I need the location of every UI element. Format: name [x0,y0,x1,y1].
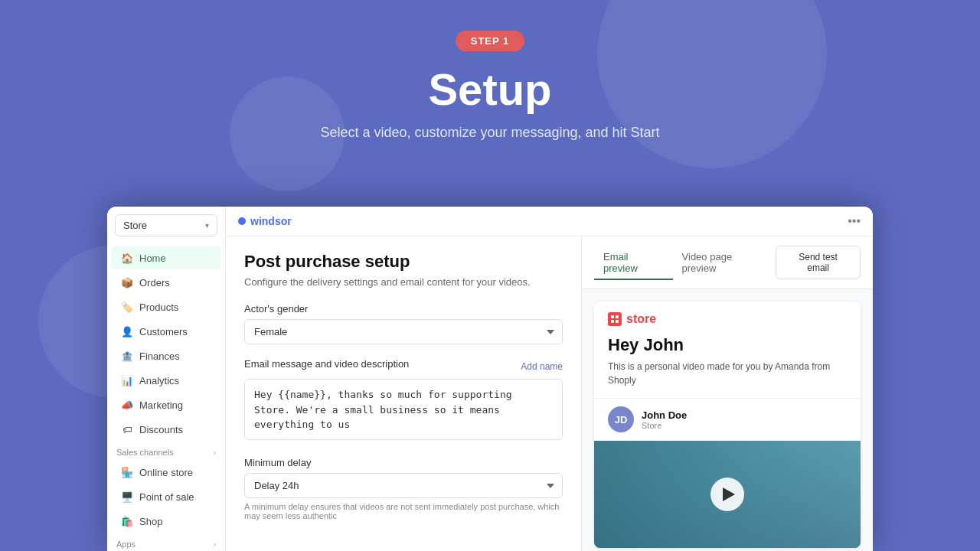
discounts-icon: 🏷 [121,423,133,435]
orders-icon: 📦 [121,276,133,289]
chevron-icon: › [214,448,216,457]
step-badge: STEP 1 [456,31,525,51]
page-title: Setup [0,65,980,114]
email-body-text: This is a personal video made for you by… [608,360,847,387]
chevron-down-icon: ▾ [205,221,209,230]
marketing-icon: 📣 [121,399,133,411]
sidebar-item-finances[interactable]: 🏦 Finances [112,344,220,367]
sidebar-item-label: Analytics [139,375,179,386]
preview-content: store Hey John This is a personal video … [582,289,873,551]
app-window: Store ▾ 🏠 Home 📦 Orders 🏷️ Products 👤 Cu… [107,207,873,551]
sidebar-item-label: Products [139,302,178,313]
email-message-textarea[interactable] [244,379,563,440]
sidebar-item-label: Marketing [139,399,183,411]
sidebar-item-label: Customers [139,326,188,337]
sender-name: John Doe [642,409,687,421]
windsor-logo-text: windsor [250,215,292,227]
email-message-label: Email message and video description [244,358,409,370]
play-button[interactable] [710,478,744,511]
windsor-logo-dot [238,217,246,225]
products-icon: 🏷️ [121,301,133,313]
sidebar-item-online-store[interactable]: 🏪 Online store [112,461,220,484]
home-icon: 🏠 [121,252,133,264]
online-store-icon: 🏪 [121,466,133,478]
send-test-email-button[interactable]: Send test email [776,246,861,279]
store-selector-text: Store [123,220,147,231]
preview-header: Email preview Video page preview Send te… [582,236,873,289]
store-brand: store [608,312,847,326]
main-content: Post purchase setup Configure the delive… [226,236,582,551]
post-purchase-description: Configure the delivery settings and emai… [244,276,563,288]
tab-email-preview[interactable]: Email preview [594,246,673,280]
sender-info: John Doe Store [642,409,687,430]
sidebar-item-shop[interactable]: 🛍️ Shop [112,510,220,533]
sidebar-item-discounts[interactable]: 🏷 Discounts [112,418,220,441]
sidebar-item-analytics[interactable]: 📊 Analytics [112,369,220,392]
sidebar-item-label: Finances [139,350,180,362]
sidebar-item-home[interactable]: 🏠 Home [112,246,220,269]
shop-icon: 🛍️ [121,515,133,527]
preview-tabs: Email preview Video page preview [594,246,776,279]
sidebar-item-label: Point of sale [139,491,194,503]
actor-gender-group: Actor's gender Female Male Non-binary [244,303,563,344]
minimum-delay-select[interactable]: Delay 24h Delay 48h No delay [244,473,563,498]
sidebar-item-label: Discounts [139,424,183,435]
sender-store: Store [642,421,687,430]
minimum-delay-label: Minimum delay [244,457,563,468]
video-thumbnail[interactable] [594,441,861,548]
point-of-sale-icon: 🖥️ [121,491,133,503]
sidebar-item-label: Home [139,253,166,264]
sidebar-item-orders[interactable]: 📦 Orders [112,271,220,294]
preview-panel: Email preview Video page preview Send te… [582,236,873,551]
svg-rect-0 [611,315,614,318]
minimum-delay-hint: A minimum delay ensures that videos are … [244,502,563,520]
email-store-header: store Hey John This is a personal video … [594,302,861,399]
sidebar-item-label: Shop [139,516,162,527]
store-selector[interactable]: Store ▾ [115,214,217,236]
play-icon [723,487,735,501]
sidebar-item-point-of-sale[interactable]: 🖥️ Point of sale [112,485,220,508]
svg-rect-2 [611,320,614,323]
tab-video-page-preview[interactable]: Video page preview [673,246,776,280]
store-name: store [626,312,656,326]
sidebar-item-label: Online store [139,467,193,478]
subtitle: Select a video, customize your messaging… [0,125,980,141]
add-name-link[interactable]: Add name [521,361,563,372]
apps-label: Apps › [107,533,225,551]
sender-initials: JD [615,414,628,425]
sidebar-item-marketing[interactable]: 📣 Marketing [112,393,220,416]
windsor-logo: windsor [238,215,292,227]
actor-gender-select[interactable]: Female Male Non-binary [244,319,563,344]
email-greeting: Hey John [608,335,847,355]
sidebar-item-customers[interactable]: 👤 Customers [112,320,220,343]
post-purchase-title: Post purchase setup [244,252,563,272]
more-menu-icon[interactable]: ••• [848,214,861,228]
actor-gender-label: Actor's gender [244,303,563,315]
sidebar: Store ▾ 🏠 Home 📦 Orders 🏷️ Products 👤 Cu… [107,207,226,551]
sender-avatar: JD [608,406,634,432]
svg-rect-3 [616,320,619,323]
store-logo-icon [608,312,622,326]
minimum-delay-group: Minimum delay Delay 24h Delay 48h No del… [244,457,563,520]
finances-icon: 🏦 [121,350,133,362]
email-message-group: Email message and video description Add … [244,358,563,443]
windsor-header: windsor ••• [226,207,873,236]
svg-rect-1 [616,315,619,318]
analytics-icon: 📊 [121,374,133,386]
sender-row: JD John Doe Store [594,399,861,441]
sidebar-item-products[interactable]: 🏷️ Products [112,295,220,318]
sales-channels-label: Sales channels › [107,442,225,460]
customers-icon: 👤 [121,325,133,337]
email-preview-card: store Hey John This is a personal video … [594,302,861,548]
sidebar-item-label: Orders [139,277,170,289]
chevron-icon: › [214,540,216,549]
